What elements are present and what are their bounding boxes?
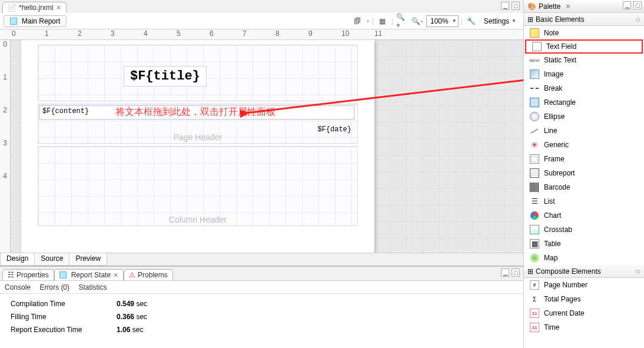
subtab-statistics[interactable]: Statistics — [78, 283, 107, 291]
palette-item-label: Time — [544, 323, 559, 332]
palette-item-label: List — [544, 197, 555, 206]
subtab-errors[interactable]: Errors (0) — [39, 283, 69, 291]
settings-label: Settings — [484, 17, 509, 25]
tab-report-state[interactable]: Report State✕ — [54, 269, 124, 280]
palette-item-label: Current Date — [544, 309, 585, 317]
grid-icon[interactable]: ▦ — [376, 15, 389, 28]
palette-item-label: Note — [544, 29, 559, 37]
zoom-value: 100% — [430, 17, 449, 25]
content-field[interactable]: $F{content} — [39, 105, 354, 120]
chevron-down-icon: ▼ — [452, 18, 457, 24]
palette-item-break[interactable]: Break — [524, 81, 644, 95]
settings-icon[interactable]: 🔧 — [465, 15, 478, 28]
palette-item-current-date[interactable]: 31Current Date — [524, 306, 644, 320]
tab-source[interactable]: Source — [34, 253, 69, 266]
palette-item-ellipse[interactable]: Ellipse — [524, 110, 644, 124]
palette-item-label: Subreport — [544, 169, 575, 177]
palette-item-label: Generic — [544, 141, 569, 149]
report-page: $F{title} $F{content} $F{date} Page Head… — [21, 40, 374, 253]
palette-title: Palette — [539, 2, 560, 11]
palette-item-frame[interactable]: Frame — [524, 152, 644, 166]
mode-tabs: Design Source Preview — [0, 253, 523, 266]
ruler-vertical: 0 1 2 3 4 — [0, 40, 11, 253]
stat-value: 1.06 — [117, 326, 130, 334]
report-icon — [10, 18, 17, 25]
palette-item-label: Frame — [544, 155, 565, 163]
stat-value: 0.366 — [117, 313, 134, 321]
palette-item-note[interactable]: Note — [524, 26, 644, 40]
basic-elements-list: NoteText FieldlabelStatic TextImageBreak… — [524, 26, 644, 265]
main-report-label: Main Report — [22, 17, 60, 25]
palette-item-chart[interactable]: Chart — [524, 208, 644, 223]
stat-value: 0.549 — [117, 300, 134, 308]
palette-item-time[interactable]: 31Time — [524, 320, 644, 334]
main-report-button[interactable]: Main Report — [4, 15, 67, 27]
file-icon: 📄 — [8, 4, 16, 12]
palette-item-image[interactable]: Image — [524, 67, 644, 81]
minimize-icon[interactable]: ▁ — [501, 2, 509, 10]
palette-item-line[interactable]: Line — [524, 124, 644, 138]
palette-item-static-text[interactable]: labelStatic Text — [524, 53, 644, 67]
palette-item-barcode[interactable]: Barcode — [524, 180, 644, 194]
drawer-icon: ⊞ — [527, 15, 533, 24]
palette-item-crosstab[interactable]: Crosstab — [524, 223, 644, 237]
properties-icon: ☷ — [8, 271, 14, 279]
stat-label: Report Execution Time — [11, 326, 117, 334]
palette-item-table[interactable]: ▦Table — [524, 237, 644, 251]
maximize-icon[interactable]: ▢ — [633, 1, 642, 9]
palette-item-text-field[interactable]: Text Field — [525, 39, 643, 54]
date-field[interactable]: $F{date} — [315, 124, 354, 135]
tab-properties[interactable]: ☷Properties — [2, 269, 54, 280]
stat-label: Filling Time — [11, 313, 117, 321]
title-band[interactable]: $F{title} — [38, 45, 358, 101]
drawer-icon: ⊞ — [527, 267, 533, 276]
palette-item-subreport[interactable]: Subreport — [524, 166, 644, 180]
subtab-console[interactable]: Console — [5, 283, 31, 291]
palette-item-total-pages[interactable]: ΣTotal Pages — [524, 292, 644, 306]
maximize-icon[interactable]: ▢ — [512, 2, 520, 10]
palette-item-label: Page Number — [544, 281, 587, 289]
palette-item-label: Break — [544, 84, 562, 92]
design-canvas[interactable]: $F{title} $F{content} $F{date} Page Head… — [11, 40, 523, 253]
minimize-icon[interactable]: ▁ — [501, 269, 509, 277]
palette-item-label: Map — [544, 254, 557, 262]
tab-preview[interactable]: Preview — [69, 253, 107, 266]
maximize-icon[interactable]: ▢ — [512, 269, 520, 277]
palette-item-label: Chart — [544, 211, 561, 220]
zoom-combo[interactable]: 100% ▼ — [426, 15, 459, 27]
statistics-panel: Compilation Time0.549 sec Filling Time0.… — [0, 294, 523, 340]
close-icon[interactable]: ✕ — [56, 4, 61, 12]
column-header-band[interactable]: Column Header — [38, 146, 358, 226]
palette-icon: 🎨 — [527, 2, 536, 11]
palette-item-map[interactable]: Map — [524, 251, 644, 265]
palette-item-label: Text Field — [546, 42, 576, 51]
palette-item-label: Static Text — [544, 56, 576, 64]
palette-item-generic[interactable]: ✳Generic — [524, 138, 644, 152]
palette-item-label: Ellipse — [544, 112, 565, 121]
basic-elements-header[interactable]: ⊞ Basic Elements ◇ — [524, 13, 644, 26]
stat-label: Compilation Time — [11, 300, 117, 308]
dataset-icon[interactable]: 🗐 — [351, 15, 364, 28]
close-icon[interactable]: ✕ — [565, 2, 571, 11]
palette-item-page-number[interactable]: #Page Number — [524, 278, 644, 292]
settings-button[interactable]: Settings ▼ — [480, 16, 520, 26]
zoom-out-icon[interactable]: 🔍- — [411, 15, 424, 28]
ruler-horizontal: 01234567891011 — [0, 29, 523, 40]
chevron-icon: ◇ — [636, 268, 640, 274]
palette-item-list[interactable]: ☰List — [524, 194, 644, 208]
close-icon[interactable]: ✕ — [113, 271, 118, 279]
editor-tab[interactable]: 📄 *hello.jrxml ✕ — [2, 2, 67, 13]
palette-item-label: Total Pages — [544, 295, 581, 303]
tab-problems[interactable]: ⚠Problems — [124, 269, 173, 280]
palette-item-rectangle[interactable]: Rectangle — [524, 95, 644, 110]
zoom-in-icon[interactable]: 🔍+ — [396, 15, 409, 28]
chevron-down-icon: ▼ — [512, 18, 516, 24]
minimize-icon[interactable]: ▁ — [623, 1, 631, 9]
tab-design[interactable]: Design — [0, 253, 34, 266]
bottom-tab-bar: ☷Properties Report State✕ ⚠Problems ▁ ▢ — [0, 267, 523, 281]
composite-elements-header[interactable]: ⊞ Composite Elements ◇ — [524, 265, 644, 278]
title-field[interactable]: $F{title} — [124, 66, 207, 87]
page-header-band[interactable]: $F{content} $F{date} Page Header — [38, 104, 358, 144]
chevron-icon: ◇ — [636, 16, 640, 22]
band-label: Page Header — [174, 132, 223, 142]
